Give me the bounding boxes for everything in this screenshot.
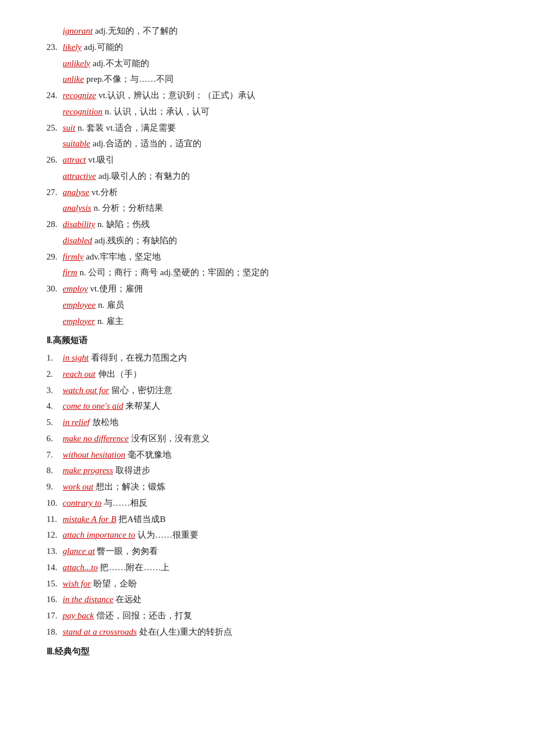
phrase-entry: 11. mistake A for B 把A错当成B: [46, 512, 488, 528]
phrase-entry: 16. in the distance 在远处: [46, 592, 488, 608]
phrase-entry: 8. make progress 取得进步: [46, 463, 488, 479]
phrase-definition: 留心，密切注意: [111, 383, 172, 399]
phrase-keyword: watch out for: [63, 383, 109, 399]
vocab-entry: 25. suit n. 套装 vt.适合，满足需要: [46, 120, 488, 136]
phrase-entry: 17. pay back 偿还，回报；还击，打复: [46, 608, 488, 624]
sub-entry: employer n. 雇主: [46, 314, 488, 330]
sub-entry: attractive adj.吸引人的；有魅力的: [46, 168, 488, 185]
vocab-entry: 27. analyse vt.分析: [46, 185, 488, 201]
phrase-definition: 伸出（手）: [98, 366, 142, 383]
section2-header: Ⅱ.高频短语: [46, 333, 488, 349]
phrase-definition: 取得进步: [116, 463, 150, 479]
keyword: unlike: [63, 71, 84, 88]
entry-number: 29.: [46, 249, 63, 265]
phrase-keyword: make progress: [63, 463, 113, 479]
definition: vt.分析: [92, 185, 118, 201]
definition: adj.不太可能的: [92, 56, 149, 72]
phrase-definition: 偿还，回报；还击，打复: [96, 608, 192, 624]
sub-entry: suitable adj.合适的，适当的，适宜的: [46, 136, 488, 152]
phrase-keyword: attach...to: [63, 560, 98, 576]
entry-number: 27.: [46, 185, 63, 201]
vocab-entry: 24. recognize vt.认识，辨认出；意识到；（正式）承认: [46, 88, 488, 104]
phrase-keyword: in relief: [63, 415, 90, 431]
phrase-keyword: make no difference: [63, 431, 129, 447]
definition: n. 公司；商行；商号 adj.坚硬的；牢固的；坚定的: [80, 265, 269, 281]
phrase-number: 8.: [46, 463, 63, 479]
phrase-entry: 5. in relief 放松地: [46, 415, 488, 431]
definition: adj.合适的，适当的，适宜的: [93, 136, 201, 152]
entry-number: 24.: [46, 88, 63, 104]
vocab-entry: 30. employ vt.使用；雇佣: [46, 281, 488, 297]
definition: n. 认识，认出；承认，认可: [105, 104, 210, 120]
definition: adj.残疾的；有缺陷的: [95, 233, 177, 249]
keyword: analysis: [63, 200, 91, 217]
phrase-entry: 2. reach out 伸出（手）: [46, 366, 488, 383]
phrase-number: 15.: [46, 576, 63, 592]
keyword: disability: [63, 217, 95, 233]
phrase-definition: 把A错当成B: [118, 512, 165, 528]
sub-entry: ignorant adj.无知的，不了解的: [46, 23, 488, 39]
phrase-keyword: glance at: [63, 543, 95, 560]
phrase-keyword: work out: [63, 479, 93, 495]
entry-number: 23.: [46, 39, 63, 56]
phrase-definition: 把……附在……上: [100, 560, 169, 576]
phrase-definition: 没有区别，没有意义: [131, 431, 210, 447]
keyword: employee: [63, 297, 96, 314]
phrase-entry: 12. attach importance to 认为……很重要: [46, 527, 488, 543]
vocab-entry: 26. attract vt.吸引: [46, 152, 488, 168]
phrase-definition: 与……相反: [104, 495, 147, 512]
sub-entry: recognition n. 认识，认出；承认，认可: [46, 104, 488, 120]
sub-entry: unlikely adj.不太可能的: [46, 56, 488, 72]
phrase-entry: 18. stand at a crossroads 处在(人生)重大的转折点: [46, 624, 488, 640]
keyword: employer: [63, 314, 95, 330]
definition: adv.牢牢地，坚定地: [86, 249, 161, 265]
phrase-keyword: mistake A for B: [63, 512, 116, 528]
phrase-number: 6.: [46, 431, 63, 447]
phrase-entry: 1. in sight 看得到，在视力范围之内: [46, 350, 488, 366]
phrase-definition: 来帮某人: [125, 398, 160, 415]
phrase-definition: 放松地: [92, 415, 118, 431]
phrase-number: 16.: [46, 592, 63, 608]
phrase-definition: 认为……很重要: [138, 527, 199, 543]
phrase-number: 13.: [46, 543, 63, 560]
definition: n. 雇员: [98, 297, 124, 314]
phrase-keyword: in sight: [63, 350, 89, 366]
keyword: attract: [63, 152, 86, 168]
sub-entry: employee n. 雇员: [46, 297, 488, 314]
vocab-entry: 29. firmly adv.牢牢地，坚定地: [46, 249, 488, 265]
phrase-keyword: without hesitation: [63, 447, 125, 463]
phrase-entry: 15. wish for 盼望，企盼: [46, 576, 488, 592]
keyword: suit: [63, 120, 75, 136]
phrase-entry: 3. watch out for 留心，密切注意: [46, 383, 488, 399]
keyword: likely: [63, 39, 81, 56]
definition: prep.不像；与……不同: [86, 71, 174, 88]
entry-number: 28.: [46, 217, 63, 233]
phrase-keyword: come to one's aid: [63, 398, 123, 415]
phrase-definition: 在远处: [116, 592, 142, 608]
definition: vt.认识，辨认出；意识到；（正式）承认: [99, 88, 255, 104]
phrase-number: 7.: [46, 447, 63, 463]
phrase-keyword: reach out: [63, 366, 96, 383]
phrase-number: 12.: [46, 527, 63, 543]
phrase-number: 3.: [46, 383, 63, 399]
keyword: suitable: [63, 136, 91, 152]
phrase-entry: 6. make no difference 没有区别，没有意义: [46, 431, 488, 447]
keyword: ignorant: [63, 23, 93, 39]
phrase-definition: 看得到，在视力范围之内: [91, 350, 187, 366]
phrase-keyword: pay back: [63, 608, 94, 624]
definition: n. 分析；分析结果: [93, 200, 163, 217]
definition: adj.吸引人的；有魅力的: [98, 168, 189, 185]
phrase-number: 11.: [46, 512, 63, 528]
phrase-number: 14.: [46, 560, 63, 576]
entry-number: 30.: [46, 281, 63, 297]
phrase-entry: 9. work out 想出；解决；锻炼: [46, 479, 488, 495]
phrase-number: 9.: [46, 479, 63, 495]
sub-entry: firm n. 公司；商行；商号 adj.坚硬的；牢固的；坚定的: [46, 265, 488, 281]
vocab-entry: 23. likely adj.可能的: [46, 39, 488, 56]
phrase-definition: 毫不犹豫地: [128, 447, 171, 463]
keyword: employ: [63, 281, 88, 297]
keyword: attractive: [63, 168, 96, 185]
phrase-number: 1.: [46, 350, 63, 366]
phrase-number: 2.: [46, 366, 63, 383]
entry-number: 26.: [46, 152, 63, 168]
